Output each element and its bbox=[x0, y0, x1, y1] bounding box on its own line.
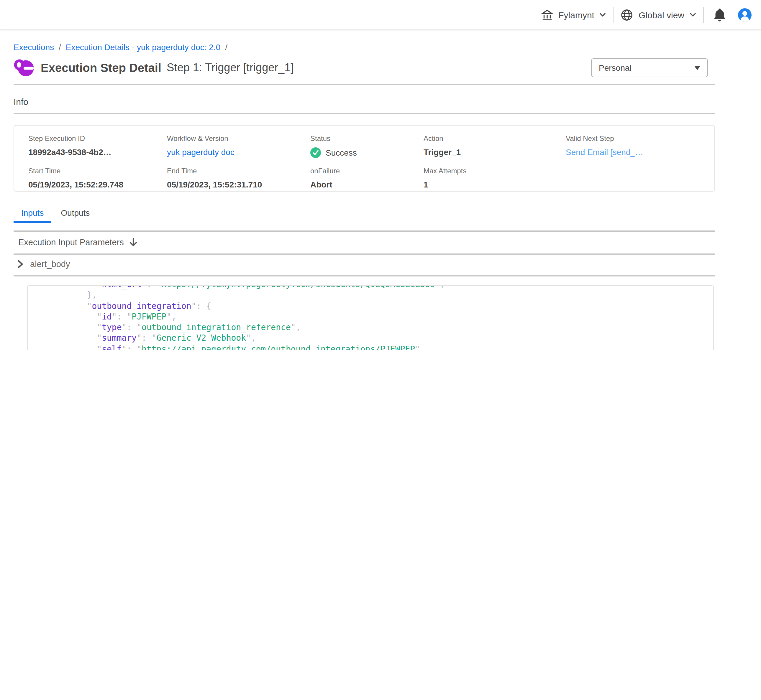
status-text: Success bbox=[326, 148, 357, 158]
top-bar: Fylamynt Global view bbox=[0, 0, 761, 30]
success-check-icon bbox=[310, 147, 321, 158]
workspace-label: Fylamynt bbox=[558, 10, 594, 20]
info-field-label: Workflow & Version bbox=[167, 134, 310, 143]
info-field: End Time05/19/2023, 15:52:31.710 bbox=[167, 167, 310, 189]
user-avatar[interactable] bbox=[738, 8, 752, 22]
alert-body-code-viewer[interactable]: "html_url": "https://fylamynt.pagerduty.… bbox=[27, 285, 714, 350]
info-field-label: onFailure bbox=[310, 167, 424, 175]
execution-input-parameters-label: Execution Input Parameters bbox=[18, 238, 124, 247]
divider bbox=[14, 84, 715, 85]
tab-inputs[interactable]: Inputs bbox=[14, 206, 51, 222]
info-field: onFailureAbort bbox=[310, 167, 424, 189]
chevron-right-icon bbox=[18, 260, 23, 268]
code-line: "type": "outbound_integration_reference"… bbox=[37, 322, 713, 333]
execution-step-detail-page: Fylamynt Global view bbox=[0, 0, 761, 350]
bell-icon bbox=[713, 8, 726, 22]
info-card: Step Execution ID18992a43-9538-4b2…Workf… bbox=[14, 125, 715, 192]
info-field: Workflow & Versionyuk pagerduty doc bbox=[167, 134, 310, 158]
info-field-label: Start Time bbox=[28, 167, 167, 175]
scope-select[interactable]: Personal bbox=[591, 58, 708, 77]
arrow-down-icon[interactable] bbox=[129, 238, 138, 247]
scope-select-value: Personal bbox=[599, 63, 631, 72]
info-field-value[interactable]: yuk pagerduty doc bbox=[167, 147, 310, 157]
execution-input-parameters-header: Execution Input Parameters bbox=[18, 237, 138, 248]
page-subtitle: Step 1: Trigger [trigger_1] bbox=[167, 61, 294, 74]
code-line: }, bbox=[37, 290, 713, 301]
info-field: Step Execution ID18992a43-9538-4b2… bbox=[28, 134, 167, 158]
tab-bar: InputsOutputs bbox=[14, 206, 715, 222]
info-field-value[interactable]: Send Email [send_… bbox=[566, 147, 714, 157]
page-title-row: Execution Step Detail Step 1: Trigger [t… bbox=[13, 56, 294, 79]
divider bbox=[14, 275, 715, 277]
breadcrumb-link[interactable]: Execution Details - yuk pagerduty doc: 2… bbox=[66, 42, 221, 52]
page-title: Execution Step Detail bbox=[41, 61, 161, 75]
divider bbox=[14, 113, 715, 114]
info-field-value: Success bbox=[310, 147, 424, 158]
code-line: "html_url": "https://fylamynt.pagerduty.… bbox=[37, 285, 713, 290]
breadcrumb: Executions/Execution Details - yuk pager… bbox=[14, 42, 232, 52]
tab-outputs[interactable]: Outputs bbox=[53, 206, 97, 222]
info-field: ActionTrigger_1 bbox=[424, 134, 566, 158]
code-line: "self": "https://api.pagerduty.com/outbo… bbox=[37, 344, 713, 350]
info-field-label: Action bbox=[424, 134, 566, 143]
code-line: "id": "PJFWPEP", bbox=[37, 311, 713, 322]
info-field-label: Valid Next Step bbox=[566, 134, 714, 143]
chevron-down-icon bbox=[600, 12, 606, 17]
globe-icon bbox=[621, 9, 633, 21]
section-name: alert_body bbox=[30, 259, 70, 269]
info-field-label: Step Execution ID bbox=[28, 134, 167, 143]
info-field: Max Attempts1 bbox=[424, 167, 566, 189]
breadcrumb-link[interactable]: Executions bbox=[14, 42, 54, 52]
info-field-value: 18992a43-9538-4b2… bbox=[28, 147, 167, 157]
info-field: Valid Next StepSend Email [send_… bbox=[566, 134, 714, 158]
section-row-alert-body[interactable]: alert_body bbox=[14, 259, 70, 269]
json-code: "html_url": "https://fylamynt.pagerduty.… bbox=[28, 285, 713, 350]
info-field-value: 05/19/2023, 15:52:29.748 bbox=[28, 180, 167, 189]
breadcrumb-separator: / bbox=[225, 42, 227, 52]
workspace-menu[interactable]: Fylamynt bbox=[535, 9, 612, 21]
info-field-label: End Time bbox=[167, 167, 310, 175]
info-field-label: Max Attempts bbox=[424, 167, 566, 175]
breadcrumb-separator: / bbox=[59, 42, 61, 52]
topbar-divider bbox=[613, 7, 614, 23]
view-scope-menu[interactable]: Global view bbox=[615, 9, 702, 21]
code-line: "outbound_integration": { bbox=[37, 300, 713, 311]
info-field-value: 1 bbox=[424, 180, 566, 189]
main-content: Executions/Execution Details - yuk pager… bbox=[0, 30, 761, 350]
info-field: Start Time05/19/2023, 15:52:29.748 bbox=[28, 167, 167, 189]
chevron-down-icon bbox=[690, 12, 696, 17]
divider bbox=[14, 253, 715, 255]
institution-icon bbox=[541, 9, 553, 21]
info-field-label: Status bbox=[310, 134, 424, 143]
info-field bbox=[566, 167, 714, 189]
caret-down-icon bbox=[694, 66, 700, 70]
topbar-divider bbox=[703, 7, 704, 23]
divider bbox=[14, 230, 715, 232]
info-field-value: Abort bbox=[310, 180, 424, 189]
code-line: "summary": "Generic V2 Webhook", bbox=[37, 333, 713, 344]
notifications-button[interactable] bbox=[705, 8, 734, 22]
workflow-step-icon bbox=[13, 59, 34, 77]
info-field-value: Trigger_1 bbox=[424, 147, 566, 157]
info-section-heading: Info bbox=[14, 97, 28, 107]
view-scope-label: Global view bbox=[639, 10, 684, 20]
info-field: StatusSuccess bbox=[310, 134, 424, 158]
info-field-value: 05/19/2023, 15:52:31.710 bbox=[167, 180, 310, 189]
